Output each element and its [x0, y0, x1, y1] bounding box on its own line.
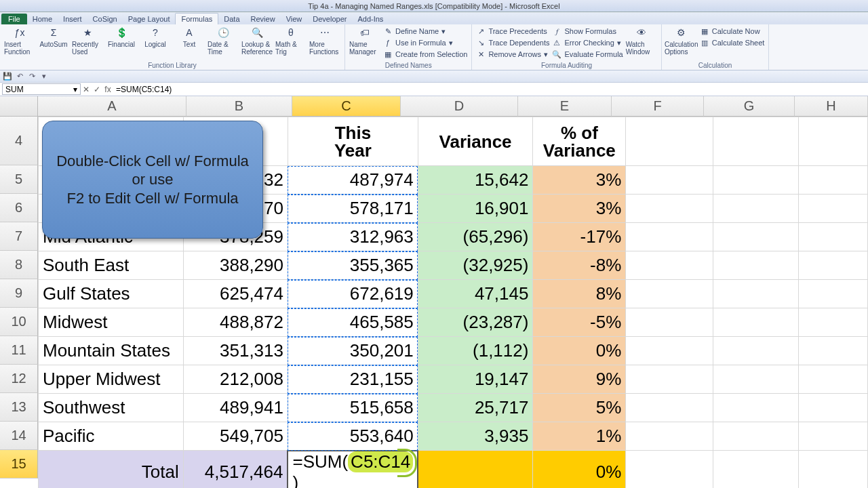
- redo-icon[interactable]: ↷: [27, 72, 37, 81]
- cell-D7[interactable]: (65,296): [418, 223, 533, 251]
- cell-F8[interactable]: [626, 251, 713, 280]
- cell-G7[interactable]: [713, 223, 798, 251]
- date-time-button[interactable]: 🕒Date & Time: [208, 26, 239, 61]
- cell-A8[interactable]: South East: [39, 251, 184, 280]
- cell-G15[interactable]: [713, 451, 798, 489]
- cell-H11[interactable]: [798, 337, 867, 365]
- cell-H13[interactable]: [798, 394, 867, 422]
- col-header-H[interactable]: H: [795, 96, 868, 117]
- cell-H8[interactable]: [798, 251, 867, 280]
- row-header-9[interactable]: 9: [0, 279, 38, 308]
- cell-E11[interactable]: 0%: [533, 337, 626, 365]
- cancel-icon[interactable]: ✕: [81, 85, 92, 94]
- cell-A9[interactable]: Gulf States: [39, 280, 184, 308]
- logical-button[interactable]: ?Logical: [140, 26, 171, 61]
- cell-B14[interactable]: 549,705: [183, 422, 288, 451]
- cell-H9[interactable]: [798, 280, 867, 308]
- cell-C7[interactable]: 312,963: [288, 223, 418, 251]
- tab-data[interactable]: Data: [218, 14, 245, 24]
- cell-G9[interactable]: [713, 280, 798, 308]
- evaluate-formula-button[interactable]: 🔍Evaluate Formula: [552, 49, 623, 60]
- cell-A13[interactable]: Southwest: [39, 394, 184, 422]
- tab-view[interactable]: View: [281, 14, 308, 24]
- row-header-13[interactable]: 13: [0, 393, 38, 422]
- tab-page-layout[interactable]: Page Layout: [123, 14, 176, 24]
- cell-F15[interactable]: [626, 451, 713, 489]
- cell-E12[interactable]: 9%: [533, 365, 626, 394]
- cell-F6[interactable]: [626, 195, 713, 223]
- cell-E10[interactable]: -5%: [533, 308, 626, 337]
- tab-addins[interactable]: Add-Ins: [352, 14, 389, 24]
- cell-F14[interactable]: [626, 422, 713, 451]
- col-header-F[interactable]: F: [612, 96, 704, 117]
- cell-A14[interactable]: Pacific: [39, 422, 184, 451]
- cell-E15[interactable]: 0%: [533, 451, 626, 489]
- row-header-5[interactable]: 5: [0, 165, 38, 194]
- cell-A11[interactable]: Mountain States: [39, 337, 184, 365]
- cell-C6[interactable]: 578,171: [288, 195, 418, 223]
- cell-H4[interactable]: [798, 117, 867, 166]
- cell-G13[interactable]: [713, 394, 798, 422]
- cell-C8[interactable]: 355,365: [288, 251, 418, 280]
- col-header-G[interactable]: G: [704, 96, 795, 117]
- cell-F4[interactable]: [626, 117, 713, 166]
- enter-icon[interactable]: ✓: [92, 85, 102, 94]
- tab-insert[interactable]: Insert: [58, 14, 87, 24]
- cell-C13[interactable]: 515,658: [288, 394, 418, 422]
- cell-F12[interactable]: [626, 365, 713, 394]
- qat-dropdown-icon[interactable]: ▾: [39, 72, 49, 81]
- chevron-down-icon[interactable]: ▾: [73, 85, 77, 94]
- cell-A15[interactable]: Total: [39, 451, 184, 489]
- watch-window-button[interactable]: 👁Watch Window: [626, 26, 657, 61]
- cell-D15[interactable]: [418, 451, 533, 489]
- cell-D13[interactable]: 25,717: [418, 394, 533, 422]
- cell-D12[interactable]: 19,147: [418, 365, 533, 394]
- trace-dependents-button[interactable]: ↘Trace Dependents: [476, 37, 549, 48]
- remove-arrows-button[interactable]: ✕Remove Arrows ▾: [476, 49, 549, 60]
- cell-B11[interactable]: 351,313: [183, 337, 288, 365]
- tab-review[interactable]: Review: [245, 14, 281, 24]
- calculation-options-button[interactable]: ⚙Calculation Options: [666, 26, 697, 61]
- tab-cosign[interactable]: CoSign: [87, 14, 123, 24]
- cell-E5[interactable]: 3%: [533, 166, 626, 195]
- cell-A10[interactable]: Midwest: [39, 308, 184, 337]
- autosum-button[interactable]: ΣAutoSum: [38, 26, 69, 61]
- cell-H12[interactable]: [798, 365, 867, 394]
- cell-E13[interactable]: 5%: [533, 394, 626, 422]
- cell-E6[interactable]: 3%: [533, 195, 626, 223]
- cell-C9[interactable]: 672,619: [288, 280, 418, 308]
- col-header-A[interactable]: A: [38, 96, 186, 117]
- cell-D8[interactable]: (32,925): [418, 251, 533, 280]
- cell-G12[interactable]: [713, 365, 798, 394]
- cell-G11[interactable]: [713, 337, 798, 365]
- row-header-10[interactable]: 10: [0, 308, 38, 336]
- row-header-15[interactable]: 15: [0, 450, 38, 479]
- cell-C14[interactable]: 553,640: [288, 422, 418, 451]
- cell-B10[interactable]: 488,872: [183, 308, 288, 337]
- tab-formulas[interactable]: Formulas: [175, 13, 218, 24]
- trace-precedents-button[interactable]: ↗Trace Precedents: [476, 26, 549, 37]
- cell-E14[interactable]: 1%: [533, 422, 626, 451]
- show-formulas-button[interactable]: 𝑓Show Formulas: [552, 26, 623, 37]
- recently-used-button[interactable]: ★Recently Used: [72, 26, 103, 61]
- tab-file[interactable]: File: [1, 14, 27, 24]
- cell-E7[interactable]: -17%: [533, 223, 626, 251]
- name-box[interactable]: SUM ▾: [2, 83, 81, 95]
- math-trig-button[interactable]: θMath & Trig: [275, 26, 307, 61]
- more-functions-button[interactable]: ⋯More Functions: [309, 26, 340, 61]
- cell-D5[interactable]: 15,642: [418, 166, 533, 195]
- calculate-sheet-button[interactable]: ▥Calculate Sheet: [700, 37, 765, 48]
- row-header-11[interactable]: 11: [0, 336, 38, 365]
- cell-H5[interactable]: [798, 166, 867, 195]
- financial-button[interactable]: 💲Financial: [106, 26, 137, 61]
- cell-D14[interactable]: 3,935: [418, 422, 533, 451]
- calculate-now-button[interactable]: ▦Calculate Now: [700, 26, 765, 37]
- cell-F13[interactable]: [626, 394, 713, 422]
- cell-F10[interactable]: [626, 308, 713, 337]
- row-header-14[interactable]: 14: [0, 422, 38, 450]
- fx-button[interactable]: fx: [102, 85, 113, 94]
- col-header-E[interactable]: E: [518, 96, 612, 117]
- cell-C5[interactable]: 487,974: [288, 166, 418, 195]
- cell-B13[interactable]: 489,941: [183, 394, 288, 422]
- cell-E4[interactable]: % ofVariance: [533, 117, 626, 166]
